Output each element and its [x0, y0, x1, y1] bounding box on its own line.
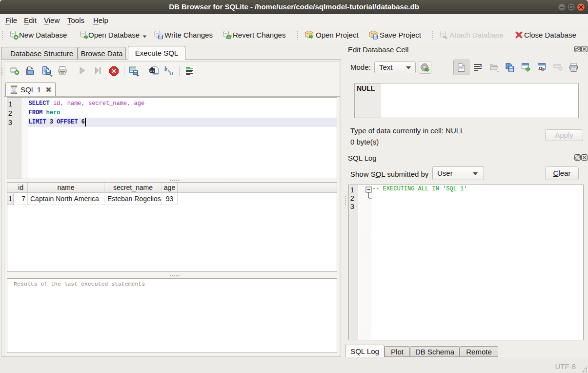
svg-text:b: b	[164, 66, 167, 72]
svg-text:a: a	[170, 69, 173, 76]
